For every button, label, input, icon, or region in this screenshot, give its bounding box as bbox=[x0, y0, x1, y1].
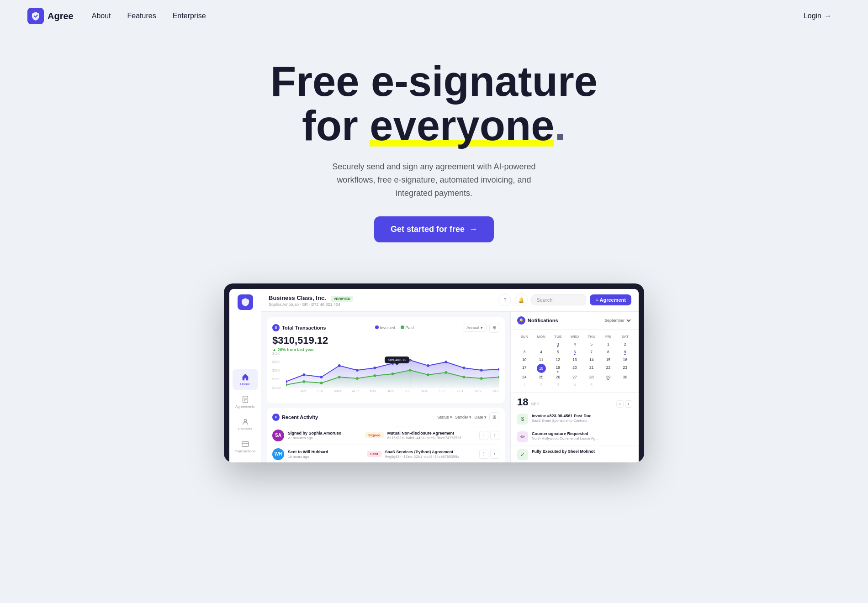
search-box[interactable]: Search bbox=[531, 294, 586, 305]
sidebar-item-agreements[interactable]: Agreements bbox=[233, 392, 258, 412]
period-selector[interactable]: Annual ▾ bbox=[463, 324, 487, 332]
row-menu-button[interactable]: ⋮ bbox=[479, 431, 488, 440]
sidebar-item-contacts[interactable]: Contacts bbox=[233, 414, 258, 435]
month-selector[interactable]: September bbox=[603, 318, 632, 323]
verified-badge: VERIFIED bbox=[331, 296, 353, 302]
activity-info: Signed by Sophia Amoruso 27 minutes ago bbox=[288, 431, 361, 440]
activity-doc: SaaS Services (Python) Agreement 9vg6g03… bbox=[385, 450, 476, 459]
company-info: Business Class, Inc. VERIFIED Sophia Amo… bbox=[269, 294, 353, 307]
status-badge: Sent bbox=[367, 451, 381, 457]
invoice-icon: $ bbox=[517, 414, 528, 425]
sidebar-nav: Home Agreements Contacts Transactions bbox=[229, 369, 261, 457]
svg-point-23 bbox=[338, 376, 341, 378]
notif-next[interactable]: › bbox=[625, 400, 632, 408]
help-button[interactable]: ? bbox=[498, 294, 511, 306]
device-frame: Home Agreements Contacts Transactions bbox=[224, 283, 644, 462]
row-actions: ⋮ › bbox=[479, 431, 499, 440]
nav-features[interactable]: Features bbox=[127, 12, 156, 20]
notifications-button[interactable]: 🔔 bbox=[515, 294, 528, 306]
activity-info: Sent to Will Hubbard 16 hours ago bbox=[288, 450, 363, 459]
svg-point-11 bbox=[356, 369, 359, 372]
row-actions: ⋮ › bbox=[479, 450, 499, 459]
hero-subtitle: Securely send and sign any agreement wit… bbox=[320, 160, 548, 199]
row-open-button[interactable]: › bbox=[490, 450, 499, 459]
activity-doc: Mutual Non-disclosure Agreement 6a16d81d… bbox=[387, 431, 476, 440]
sidebar-item-transactions[interactable]: Transactions bbox=[233, 436, 258, 457]
signature-icon: ✏ bbox=[517, 431, 528, 442]
new-agreement-button[interactable]: + Agreement bbox=[590, 294, 631, 305]
svg-point-22 bbox=[320, 382, 323, 384]
notif-text: Countersignature Requested North Hollywo… bbox=[532, 431, 632, 440]
status-filter[interactable]: Status ▾ bbox=[437, 412, 452, 422]
calendar-grid: SUN MON TUE WED THU FRI SAT 3 bbox=[516, 333, 633, 388]
nav-enterprise[interactable]: Enterprise bbox=[173, 12, 206, 20]
avatar: WH bbox=[272, 448, 284, 460]
svg-point-15 bbox=[427, 364, 429, 367]
main-panel: $ Total Transactions Invoiced Paid An bbox=[261, 312, 511, 462]
app-main: Business Class, Inc. VERIFIED Sophia Amo… bbox=[261, 289, 639, 462]
chart-section: $ Total Transactions Invoiced Paid An bbox=[267, 317, 505, 403]
notif-text: Invoice #823-98-4561 Past Due SaaS Event… bbox=[532, 414, 632, 423]
chart-area: $100K $75K $50K $25K $10K $65,402.12 bbox=[272, 352, 499, 398]
svg-point-29 bbox=[445, 371, 447, 374]
notifications-title: 🔔 Notifications bbox=[517, 316, 558, 325]
svg-point-31 bbox=[480, 377, 483, 380]
app-sidebar: Home Agreements Contacts Transactions bbox=[229, 289, 261, 462]
app-preview: Home Agreements Contacts Transactions bbox=[215, 283, 653, 462]
today-cell[interactable]: 18 bbox=[537, 364, 546, 373]
activity-section: ● Recent Activity Status ▾ Sender ▾ Date… bbox=[267, 408, 505, 462]
hero-highlight: everyone bbox=[370, 104, 554, 148]
chart-grid-button[interactable]: ⊞ bbox=[489, 323, 499, 333]
notif-text: Fully Executed by Sheel Mohnot bbox=[532, 449, 632, 454]
svg-rect-5 bbox=[242, 441, 248, 446]
logo-text: Agree bbox=[48, 11, 74, 21]
chart-y-labels: $100K $75K $50K $25K $10K bbox=[272, 352, 281, 389]
chart-legend: Invoiced Paid bbox=[375, 325, 414, 330]
cta-button[interactable]: Get started for free → bbox=[374, 216, 494, 242]
chart-title: $ Total Transactions bbox=[272, 324, 326, 331]
svg-point-24 bbox=[356, 377, 359, 380]
navbar: Agree About Features Enterprise Login → bbox=[0, 0, 868, 32]
notification-item: ✓ Fully Executed by Sheel Mohnot bbox=[511, 446, 639, 462]
sender-filter[interactable]: Sender ▾ bbox=[455, 412, 472, 422]
svg-point-10 bbox=[338, 364, 341, 367]
nav-links: About Features Enterprise bbox=[92, 12, 794, 20]
notifications-header: 🔔 Notifications September bbox=[511, 312, 639, 330]
chart-tooltip: $65,402.12 bbox=[385, 357, 409, 363]
svg-point-26 bbox=[392, 372, 394, 375]
svg-point-16 bbox=[445, 361, 447, 363]
hero-section: Free e-signature for everyone. Securely … bbox=[0, 32, 868, 265]
hero-title: Free e-signature for everyone. bbox=[228, 59, 640, 147]
activity-row: WH Sent to Will Hubbard 16 hours ago Sen… bbox=[272, 445, 499, 462]
notification-date: 18 SEP ‹ › bbox=[511, 393, 639, 410]
row-menu-button[interactable]: ⋮ bbox=[479, 450, 488, 459]
sidebar-logo bbox=[238, 294, 253, 310]
svg-point-17 bbox=[463, 367, 466, 369]
activity-grid-btn[interactable]: ⊞ bbox=[489, 412, 499, 422]
right-panel: 🔔 Notifications September SUN MON bbox=[511, 312, 639, 462]
status-badge: Signed bbox=[365, 432, 384, 438]
chart-x-labels: JANFEBMARAPRMAYJUNJULAUGSEPOCTNOVDEC bbox=[286, 389, 499, 393]
calendar: SUN MON TUE WED THU FRI SAT 3 bbox=[511, 330, 639, 393]
notif-prev[interactable]: ‹ bbox=[616, 400, 624, 408]
chart-controls: Annual ▾ ⊞ bbox=[463, 323, 499, 333]
activity-row: SA Signed by Sophia Amoruso 27 minutes a… bbox=[272, 426, 499, 445]
svg-point-21 bbox=[302, 380, 305, 383]
svg-point-18 bbox=[480, 369, 483, 372]
notification-item: ✏ Countersignature Requested North Holly… bbox=[511, 428, 639, 446]
svg-point-25 bbox=[373, 374, 376, 377]
svg-point-28 bbox=[427, 373, 429, 376]
sidebar-item-home[interactable]: Home bbox=[233, 369, 258, 390]
login-button[interactable]: Login → bbox=[794, 8, 841, 24]
chart-change: ▲ 26% from last year bbox=[272, 347, 499, 352]
executed-icon: ✓ bbox=[517, 449, 528, 460]
activity-title: ● Recent Activity bbox=[272, 414, 318, 421]
row-open-button[interactable]: › bbox=[490, 431, 499, 440]
nav-about[interactable]: About bbox=[92, 12, 111, 20]
svg-point-4 bbox=[244, 419, 246, 421]
site-logo[interactable]: Agree bbox=[27, 8, 74, 24]
company-name: Business Class, Inc. bbox=[269, 294, 326, 301]
device-screen: Home Agreements Contacts Transactions bbox=[229, 289, 639, 462]
header-actions: ? 🔔 Search + Agreement bbox=[498, 294, 631, 306]
date-filter[interactable]: Date ▾ bbox=[474, 412, 487, 422]
